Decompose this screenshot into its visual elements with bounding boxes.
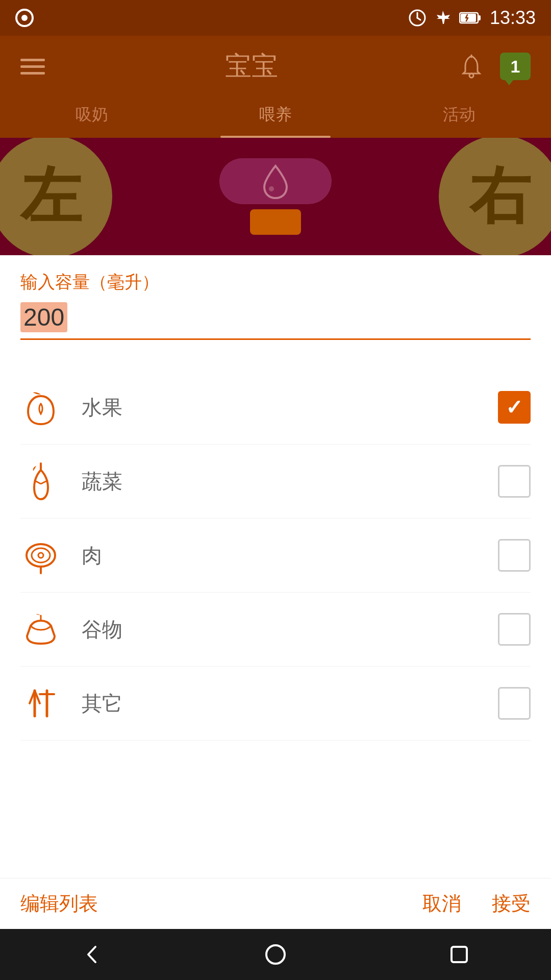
volume-input-container: 200 [20,302,531,340]
drop-button[interactable] [219,158,332,204]
other-icon [20,683,61,724]
status-bar: 13:33 [0,0,551,36]
volume-label: 输入容量（毫升） [20,271,531,294]
svg-rect-4 [478,15,481,20]
svg-point-11 [269,186,274,191]
svg-point-18 [38,553,43,558]
edit-list-button[interactable]: 编辑列表 [20,891,422,917]
svg-rect-26 [452,947,467,962]
hero-bottom-button[interactable] [250,209,301,235]
meat-icon [20,535,61,576]
content-area: 输入容量（毫升） 200 水果 ✓ [0,255,551,741]
vegetable-checkbox[interactable] [498,465,531,498]
recents-button[interactable] [439,934,480,975]
system-icons [408,9,481,27]
menu-button[interactable] [20,59,45,75]
bottom-actions: 取消 接受 [422,891,531,917]
food-item-fruit: 水果 ✓ [20,371,531,445]
food-item-meat: 肉 [20,519,531,593]
tab-sunou[interactable]: 吸奶 [0,97,184,138]
home-button[interactable] [255,934,296,975]
vegetable-label: 蔬菜 [82,468,498,496]
left-button[interactable]: 左 [0,138,112,255]
fruit-icon [20,387,61,428]
menu-line-2 [20,65,45,68]
app-title: 宝宝 [225,48,278,84]
cancel-button[interactable]: 取消 [422,891,461,917]
notification-badge[interactable]: 1 [500,53,531,80]
notification-bell-icon[interactable] [458,53,485,80]
volume-value-highlight: 200 [20,302,67,332]
other-checkbox[interactable] [498,687,531,720]
status-time: 13:33 [490,7,536,29]
record-icon [15,9,34,27]
fruit-checkbox[interactable]: ✓ [498,391,531,424]
tab-huodong[interactable]: 活动 [367,97,551,138]
menu-line-1 [20,59,45,61]
vegetable-icon [20,461,61,502]
meat-checkbox[interactable] [498,539,531,572]
hero-center [219,158,332,235]
header-actions: 1 [458,53,531,80]
tab-bar: 吸奶 喂养 活动 [0,97,551,138]
svg-point-16 [32,548,50,562]
status-right-icons: 13:33 [408,7,536,29]
food-item-other: 其它 [20,667,531,741]
checkmark-icon: ✓ [506,396,523,419]
navigation-bar [0,929,551,980]
right-button[interactable]: 右 [439,138,551,255]
grain-icon [20,609,61,650]
airplane-icon [434,9,452,27]
svg-point-9 [469,74,473,78]
menu-line-3 [20,72,45,75]
back-button[interactable] [71,934,112,975]
svg-point-25 [266,945,285,964]
status-left-icons [15,9,34,27]
other-label: 其它 [82,690,498,718]
svg-line-2 [417,18,420,20]
food-list: 水果 ✓ 蔬菜 [20,371,531,741]
grain-label: 谷物 [82,616,498,644]
food-item-vegetable: 蔬菜 [20,445,531,519]
drop-icon [260,163,291,199]
bottom-action-bar: 编辑列表 取消 接受 [0,878,551,929]
accept-button[interactable]: 接受 [492,891,531,917]
tab-weiyang[interactable]: 喂养 [184,97,367,138]
food-item-grain: 谷物 [20,593,531,667]
fruit-label: 水果 [82,394,498,422]
meat-label: 肉 [82,542,498,570]
grain-checkbox[interactable] [498,613,531,646]
battery-icon [459,11,481,25]
app-header: 宝宝 1 [0,36,551,97]
hero-section: 左 右 [0,138,551,255]
clock-icon [408,9,427,27]
